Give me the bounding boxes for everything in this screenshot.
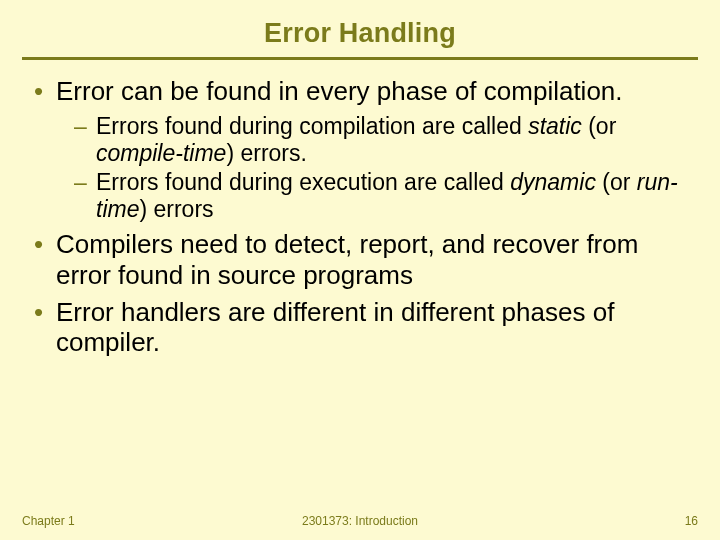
bullet-text: Error can be found in every phase of com…: [56, 76, 623, 106]
bullet-item: Compilers need to detect, report, and re…: [34, 229, 698, 290]
bullet-text: Error handlers are different in differen…: [56, 297, 614, 358]
slide: Error Handling Error can be found in eve…: [0, 0, 720, 540]
emphasis: static: [528, 113, 582, 139]
sub-item: Errors found during execution are called…: [74, 169, 698, 223]
bullet-item: Error can be found in every phase of com…: [34, 76, 698, 223]
footer-center: 2301373: Introduction: [0, 514, 720, 528]
emphasis: compile-time: [96, 140, 226, 166]
footer: Chapter 1 2301373: Introduction 16: [0, 514, 720, 528]
sub-text: Errors found during compilation are call…: [96, 113, 528, 139]
sub-text: ) errors.: [226, 140, 307, 166]
bullet-list: Error can be found in every phase of com…: [22, 76, 698, 358]
emphasis: dynamic: [510, 169, 596, 195]
bullet-text: Compilers need to detect, report, and re…: [56, 229, 638, 290]
sub-text: ) errors: [139, 196, 213, 222]
sub-text: (or: [596, 169, 637, 195]
sub-text: Errors found during execution are called: [96, 169, 510, 195]
sub-text: (or: [582, 113, 617, 139]
sub-list: Errors found during compilation are call…: [56, 113, 698, 224]
sub-item: Errors found during compilation are call…: [74, 113, 698, 167]
bullet-item: Error handlers are different in differen…: [34, 297, 698, 358]
slide-title: Error Handling: [22, 18, 698, 57]
title-rule: [22, 57, 698, 60]
